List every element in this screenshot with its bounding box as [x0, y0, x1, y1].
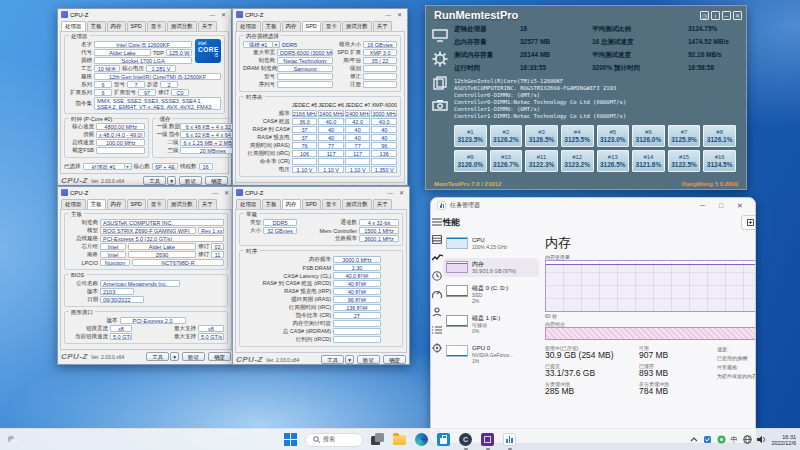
sidebar-item-gpu[interactable]: GPU 0 NVIDIA GeForce... 1%	[443, 342, 539, 367]
cpuz-tab[interactable]: 内存	[107, 21, 126, 31]
cpuz-tab[interactable]: 处理器	[236, 21, 261, 31]
sidebar-item-cpu[interactable]: CPU 100% 4.25 GHz	[443, 234, 539, 253]
cpuz-tab[interactable]: 测试分数	[342, 199, 372, 209]
processes-icon[interactable]	[431, 234, 443, 245]
cpuz-tab[interactable]: 内存	[282, 199, 301, 209]
task-view-icon[interactable]	[370, 432, 385, 447]
volume-icon[interactable]	[757, 435, 767, 444]
sidebar-item-disk1[interactable]: 磁盘 1 (E:) 可移动 0%	[443, 312, 539, 337]
monitor-icon[interactable]	[432, 29, 448, 42]
widgets-weather-icon[interactable]	[6, 434, 20, 445]
close-button[interactable]: ✕	[733, 11, 742, 20]
memtest-taskbar-icon[interactable]	[480, 432, 495, 447]
cpuz-tab[interactable]: SPD	[127, 199, 146, 209]
cpuz-tab[interactable]: 主板	[262, 21, 281, 31]
ok-button[interactable]: 确定	[205, 176, 228, 185]
startup-apps-icon[interactable]	[431, 288, 443, 299]
app-history-icon[interactable]	[431, 270, 443, 281]
slot-select[interactable]: 插槽 #1 ▾	[243, 41, 280, 48]
camera-icon[interactable]	[432, 99, 448, 111]
taskmgr-titlebar[interactable]: 任务管理器 ─ □ ✕	[431, 198, 755, 213]
info-icon[interactable]: i	[711, 11, 720, 20]
chevron-down-icon[interactable]: ▾	[273, 41, 280, 48]
cpuz-tab[interactable]: 处理器	[61, 199, 86, 209]
window-controls[interactable]: — ✕	[209, 11, 228, 18]
services-icon[interactable]	[431, 342, 443, 353]
microsoft-store-icon[interactable]	[436, 432, 451, 447]
tools-dropdown-button[interactable]: ▾	[170, 352, 179, 361]
file-explorer-icon[interactable]	[392, 432, 407, 447]
taskmgr-taskbar-icon[interactable]	[502, 432, 517, 447]
cpuz-tab[interactable]: 关于	[198, 199, 217, 209]
search-input[interactable]: 搜索	[305, 433, 363, 447]
memory-type-value: DDR5	[263, 219, 297, 226]
tools-dropdown-button[interactable]: ▾	[345, 355, 354, 364]
cpuz-tab[interactable]: 显卡	[322, 199, 341, 209]
thread-id: #7	[669, 129, 700, 136]
cpuz-tab[interactable]: 主板	[262, 199, 281, 209]
users-icon[interactable]	[431, 306, 443, 317]
cpuz-tab[interactable]: 处理器	[236, 199, 261, 209]
sidebar-item-disk0[interactable]: 磁盘 0 (C: D:) SSD 2%	[443, 282, 539, 307]
tools-button[interactable]: 工具	[146, 352, 169, 361]
performance-sidebar: CPU 100% 4.25 GHz 内存 30.9/31.8 GB (97%)	[443, 234, 539, 443]
run-new-task-button[interactable]: 运行新任务	[741, 215, 756, 230]
processor-select[interactable]: 处理器 #1 ▾	[83, 163, 132, 170]
cpuz-tab[interactable]: 关于	[198, 21, 217, 31]
ok-button[interactable]: 确定	[208, 352, 231, 361]
menu-icon[interactable]	[431, 216, 443, 227]
network-globe-icon[interactable]	[743, 435, 752, 444]
validate-button[interactable]: 验证	[182, 352, 205, 361]
cpuz-tab[interactable]: 显卡	[322, 21, 341, 31]
cpuz-tab[interactable]: 测试分数	[167, 21, 197, 31]
cpuz-tab[interactable]: SPD	[302, 21, 321, 31]
window-controls[interactable]: — ✕	[212, 189, 231, 196]
test-log-icon[interactable]	[433, 76, 448, 90]
window-controls[interactable]: ─ □ ✕	[700, 202, 749, 210]
tools-button[interactable]: 工具	[143, 176, 166, 185]
window-controls[interactable]: — ✕	[387, 189, 406, 196]
usb-safely-remove-icon[interactable]	[703, 435, 712, 444]
tray-chevron-icon[interactable]	[690, 437, 698, 442]
cpuz-titlebar[interactable]: CPU-Z — ✕	[58, 9, 231, 20]
window-controls[interactable]: — ✕	[385, 11, 404, 18]
validate-button[interactable]: 验证	[357, 355, 380, 364]
cpuz-tab[interactable]: 处理器	[61, 21, 86, 31]
cpuz-taskbar-icon[interactable]: C	[458, 432, 473, 447]
tray-app-icon[interactable]	[717, 435, 726, 444]
cpuz-tab[interactable]: 测试分数	[342, 21, 372, 31]
cpuz-titlebar[interactable]: CPU-Z — ✕	[58, 187, 234, 198]
field-label: 内存空闲计时器	[243, 320, 331, 327]
validate-button[interactable]: 验证	[179, 176, 202, 185]
tools-dropdown-button[interactable]: ▾	[167, 176, 176, 185]
edge-browser-icon[interactable]	[414, 432, 429, 447]
cpuz-tab[interactable]: 测试分数	[167, 199, 197, 209]
cpuz-tab[interactable]: 显卡	[147, 199, 166, 209]
memtest-titlebar[interactable]: RunMemtestPro ◷ i ─ ✕	[426, 6, 746, 21]
chevron-down-icon[interactable]: ▾	[125, 163, 132, 170]
cpuz-tab[interactable]: SPD	[302, 199, 321, 209]
cpuz-tab[interactable]: SPD	[127, 21, 146, 31]
cpuz-tab[interactable]: 内存	[107, 199, 126, 209]
sidebar-item-memory[interactable]: 内存 30.9/31.8 GB (97%)	[443, 258, 539, 277]
details-icon[interactable]	[431, 324, 443, 335]
gear-icon[interactable]	[432, 51, 448, 67]
cpuz-titlebar[interactable]: CPU-Z — ✕	[233, 187, 409, 198]
start-button[interactable]	[283, 432, 298, 447]
cpuz-tab[interactable]: 关于	[373, 21, 392, 31]
cpuz-tab[interactable]: 内存	[282, 21, 301, 31]
cpuz-tab[interactable]: 显卡	[147, 21, 166, 31]
minimize-button[interactable]: ─	[722, 11, 731, 20]
tray-clock[interactable]: 16:31 2022/12/6	[772, 434, 796, 446]
ok-button[interactable]: 确定	[383, 355, 406, 364]
field-label: 二级	[156, 139, 178, 146]
tools-button[interactable]: 工具	[321, 355, 344, 364]
performance-icon[interactable]	[431, 252, 443, 263]
cpuz-titlebar[interactable]: CPU-Z — ✕	[233, 9, 407, 20]
stat-label: 测试内存容量	[454, 51, 520, 60]
cpuz-tab[interactable]: 主板	[87, 199, 106, 209]
ime-indicator[interactable]: 中	[731, 435, 738, 445]
cpuz-tab[interactable]: 关于	[373, 199, 392, 209]
timer-icon[interactable]: ◷	[700, 11, 709, 20]
cpuz-tab[interactable]: 主板	[87, 21, 106, 31]
